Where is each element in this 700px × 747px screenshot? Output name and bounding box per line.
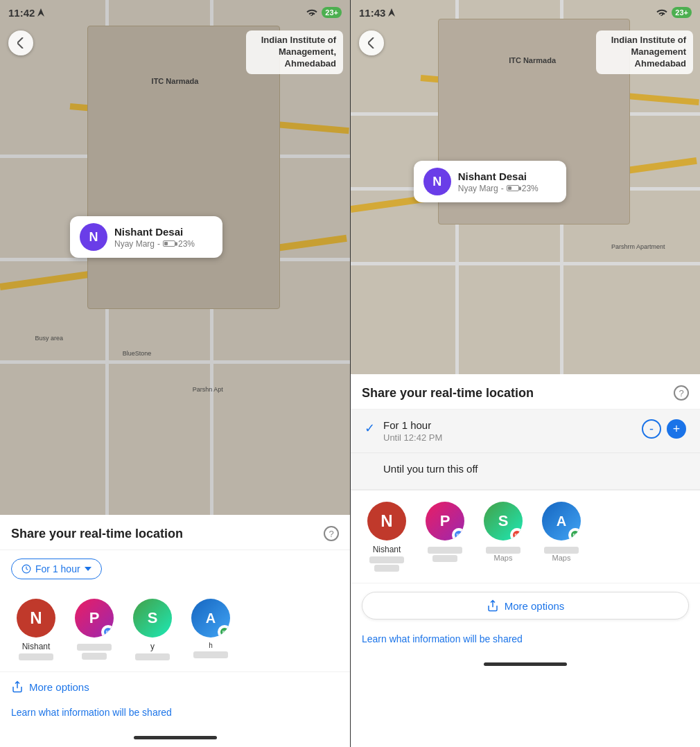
check-icon-1-hour: ✓ (365, 421, 375, 436)
clock-icon-1 (21, 564, 31, 574)
sheet-header-1: Share your real-time location ? (0, 515, 350, 550)
contact-avatar-nishant-2: N (367, 502, 406, 541)
contact-avatar-2-1: P M (75, 599, 114, 638)
contact-name-nishant-1: Nishant (11, 642, 61, 651)
time-display-1: 11:42 (8, 7, 44, 19)
panel-1: ITC Narmada Busy area BlueStone Parshn A… (0, 0, 350, 747)
contact-name-3-2 (486, 547, 520, 554)
contact-avatar-4-2: A M (542, 502, 581, 541)
back-button-2[interactable] (359, 30, 384, 55)
contacts-area-1: N Nishant P M (0, 588, 350, 671)
contact-item-3-2[interactable]: S M Maps (478, 502, 528, 572)
more-options-button-2[interactable]: More options (362, 592, 689, 619)
increase-button[interactable]: + (667, 419, 686, 439)
maps-badge-4-1: M (218, 625, 230, 638)
contact-avatar-3-2: S M (484, 502, 523, 541)
contact-name-nishant-2: Nishant (362, 545, 412, 554)
contacts-area-2: N Nishant P M (351, 490, 700, 583)
duration-row-1: For 1 hour (0, 550, 350, 588)
duration-controls: - + (642, 419, 686, 439)
contact-item-2-1[interactable]: P M (69, 599, 119, 660)
contact-item-nishant-1[interactable]: N Nishant (11, 599, 61, 660)
svg-text:M: M (457, 533, 460, 537)
status-bar-2: 11:43 23+ (351, 0, 700, 25)
learn-link-2[interactable]: Learn what information will be shared (351, 628, 700, 654)
duration-options-2: ✓ For 1 hour Until 12:42 PM - + ✓ (351, 410, 700, 490)
battery-badge-2: 23+ (672, 7, 692, 18)
learn-link-1[interactable]: Learn what information will be shared (0, 701, 350, 728)
contact-name-4-1: h (186, 642, 236, 649)
contact-sub-3-1 (135, 653, 170, 660)
maps-logo-4-1: M (220, 628, 229, 636)
svg-text:M: M (515, 533, 518, 537)
share-icon-1 (11, 680, 24, 693)
help-icon-2[interactable]: ? (674, 385, 689, 401)
contact-item-4-1[interactable]: A M h (186, 599, 236, 660)
contact-avatar-nishant-1: N (17, 599, 55, 638)
maps-logo-2-1: M (104, 628, 112, 636)
battery-icon-2 (507, 185, 519, 191)
duration-button-1[interactable]: For 1 hour (11, 559, 102, 579)
bottom-sheet-1: Share your real-time location ? For 1 ho… (0, 515, 350, 747)
svg-marker-6 (388, 8, 395, 17)
contact-sub-nishant-2 (369, 556, 404, 563)
contact-sub-3-2: Maps (478, 554, 528, 562)
maps-logo-2-2: M (455, 531, 463, 539)
battery-icon-1 (163, 240, 175, 247)
sheet-header-2: Share your real-time location ? (351, 374, 700, 410)
contact-sub-2-1 (82, 653, 107, 660)
maps-badge-4-2: M (568, 528, 581, 541)
contact-sub-nishant-1 (19, 653, 53, 660)
duration-text-1-hour: For 1 hour Until 12:42 PM (383, 419, 642, 443)
contact-sub-4-2: Maps (536, 554, 586, 562)
duration-option-until-off[interactable]: ✓ Until you turn this off (351, 453, 700, 490)
person-info-2: Nishant Desai Nyay Marg - 23% (458, 170, 539, 193)
panel-2: ITC Narmada Parshrm Apartment 11:43 23+ … (350, 0, 700, 747)
time-display-2: 11:43 (359, 7, 395, 19)
contact-item-4-2[interactable]: A M Maps (536, 502, 586, 572)
maps-badge-2-2: M (452, 528, 464, 541)
more-options-button-1[interactable]: More options (11, 680, 89, 693)
home-bar-1 (134, 736, 217, 739)
person-card-2[interactable]: N Nishant Desai Nyay Marg - 23% (414, 161, 566, 202)
person-card-1[interactable]: N Nishant Desai Nyay Marg - 23% (70, 216, 222, 258)
contact-sub-4-1 (193, 651, 228, 658)
maps-logo-4-2: M (571, 531, 579, 539)
contact-item-3-1[interactable]: S y (128, 599, 177, 660)
contact-item-nishant-2[interactable]: N Nishant (362, 502, 412, 572)
location-name-1: Indian Institute of Management, Ahmedaba… (246, 30, 343, 74)
status-bar-1: 11:42 23+ (0, 0, 350, 25)
help-icon-1[interactable]: ? (324, 526, 339, 541)
status-right-2: 23+ (656, 7, 692, 18)
contact-name-3-1: y (128, 642, 177, 651)
person-avatar-2: N (423, 168, 451, 195)
battery-badge-1: 23+ (322, 7, 342, 18)
contact-name-4-2 (544, 547, 579, 554)
more-options-row-2: More options (351, 583, 700, 628)
contact-avatar-4-1: A M (191, 599, 230, 638)
status-right-1: 23+ (306, 7, 342, 18)
contacts-row-2: N Nishant P M (362, 502, 689, 572)
person-info-1: Nishant Desai Nyay Marg - 23% (114, 226, 195, 249)
svg-text:M: M (573, 533, 577, 537)
contact-item-2-2[interactable]: P M (420, 502, 470, 572)
location-name-2: Indian Institute of Management Ahmedabad (596, 30, 693, 74)
location-arrow-icon-1 (37, 8, 44, 17)
more-options-row-1: More options (0, 671, 350, 701)
maps-badge-3-2: M (510, 528, 523, 541)
duration-text-until-off: Until you turn this off (383, 463, 686, 475)
sheet-title-2: Share your real-time location (362, 386, 534, 401)
duration-option-1-hour[interactable]: ✓ For 1 hour Until 12:42 PM - + (351, 410, 700, 453)
share-icon-2 (487, 599, 499, 612)
contact-sub2-nishant-2 (374, 565, 399, 572)
maps-logo-3-2: M (513, 531, 521, 539)
decrease-button[interactable]: - (642, 419, 661, 439)
wifi-icon-2 (656, 8, 667, 18)
map-area-2: ITC Narmada Parshrm Apartment 11:43 23+ … (351, 0, 700, 374)
contact-avatar-3-1: S (133, 599, 172, 638)
bottom-sheet-2: Share your real-time location ? ✓ For 1 … (351, 374, 700, 747)
back-button-1[interactable] (8, 30, 33, 55)
person-avatar-1: N (80, 223, 107, 251)
contact-avatar-2-2: P M (426, 502, 464, 541)
home-indicator-1 (0, 728, 350, 747)
